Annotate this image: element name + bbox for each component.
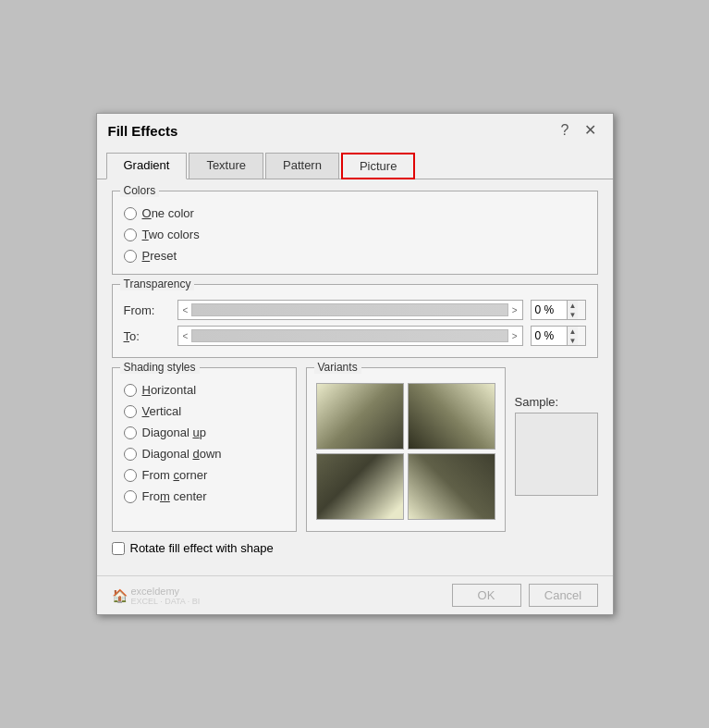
variant-1[interactable] — [316, 383, 404, 450]
help-button[interactable]: ? — [556, 121, 575, 140]
radio-two-colors-input[interactable] — [124, 228, 137, 241]
to-slider-track[interactable] — [191, 329, 507, 342]
variant-2[interactable] — [408, 383, 495, 450]
two-colors-label: Two colors — [142, 228, 200, 241]
radio-preset-input[interactable] — [124, 250, 137, 263]
tab-texture[interactable]: Texture — [189, 153, 263, 179]
radio-vertical-input[interactable] — [124, 405, 137, 418]
from-center-label: From center — [142, 489, 207, 503]
radio-horizontal-input[interactable] — [124, 384, 137, 397]
diagonal-down-label: Diagonal down — [142, 447, 222, 461]
watermark-sub: EXCEL · DATA · BI — [131, 597, 201, 606]
diagonal-up-label: Diagonal up — [142, 426, 206, 439]
transparency-grid: From: < > ▲ ▼ To: < > — [124, 292, 586, 346]
from-spin-input[interactable] — [532, 301, 567, 319]
ok-button[interactable]: OK — [452, 584, 521, 607]
to-spin-box[interactable]: ▲ ▼ — [531, 326, 586, 346]
rotate-checkbox-label: Rotate fill effect with shape — [130, 541, 274, 555]
to-spin-input[interactable] — [532, 327, 567, 345]
radio-diagonal-up[interactable]: Diagonal up — [124, 426, 285, 439]
colors-label: Colors — [120, 184, 160, 197]
radio-vertical[interactable]: Vertical — [124, 404, 285, 418]
radio-two-colors[interactable]: Two colors — [124, 228, 586, 241]
tab-pattern[interactable]: Pattern — [265, 153, 339, 179]
variant-4[interactable] — [408, 453, 495, 520]
radio-diagonal-up-input[interactable] — [124, 426, 137, 439]
title-bar: Fill Effects ? ✕ — [97, 114, 613, 145]
sample-box — [515, 413, 598, 496]
from-slider-track[interactable] — [191, 303, 507, 316]
radio-preset[interactable]: Preset — [124, 249, 586, 263]
to-spin-up[interactable]: ▲ — [568, 327, 579, 336]
tab-picture[interactable]: Picture — [341, 153, 415, 179]
from-slider-left-arrow[interactable]: < — [181, 305, 190, 315]
variants-grid — [316, 383, 495, 520]
bottom-section: Shading styles Horizontal Vertical Diago… — [112, 367, 598, 532]
one-color-label: One color — [142, 206, 194, 220]
from-corner-label: From corner — [142, 468, 208, 482]
sample-label: Sample: — [515, 395, 559, 409]
shading-label: Shading styles — [120, 361, 200, 374]
shading-radio-group: Horizontal Vertical Diagonal up Diagonal… — [124, 376, 285, 503]
colors-section: Colors One color Two colors Preset — [112, 191, 598, 275]
to-spin-arrows: ▲ ▼ — [567, 327, 579, 345]
radio-one-color[interactable]: One color — [124, 206, 586, 220]
from-spin-down[interactable]: ▼ — [568, 310, 579, 319]
vertical-label: Vertical — [142, 404, 182, 418]
from-spin-box[interactable]: ▲ ▼ — [531, 300, 586, 320]
shading-section: Shading styles Horizontal Vertical Diago… — [112, 367, 297, 532]
variants-section: Variants — [306, 367, 506, 532]
title-buttons: ? ✕ — [556, 121, 602, 140]
transparency-section: Transparency From: < > ▲ ▼ To: < — [112, 284, 598, 358]
to-slider-left-arrow[interactable]: < — [181, 331, 190, 341]
watermark: 🏠 exceldemy EXCEL · DATA · BI — [112, 586, 445, 606]
footer: 🏠 exceldemy EXCEL · DATA · BI OK Cancel — [97, 575, 613, 614]
cancel-button[interactable]: Cancel — [529, 584, 598, 607]
radio-from-center[interactable]: From center — [124, 489, 285, 503]
dialog-content: Colors One color Two colors Preset Trans… — [97, 179, 613, 575]
to-slider[interactable]: < > — [177, 326, 523, 346]
to-label: To: — [124, 329, 170, 343]
watermark-text: exceldemy — [131, 586, 201, 597]
from-spin-arrows: ▲ ▼ — [567, 301, 579, 319]
close-button[interactable]: ✕ — [579, 121, 602, 140]
radio-horizontal[interactable]: Horizontal — [124, 383, 285, 397]
watermark-icon: 🏠 — [112, 588, 128, 603]
radio-diagonal-down[interactable]: Diagonal down — [124, 447, 285, 461]
variants-label: Variants — [314, 361, 361, 374]
to-spin-down[interactable]: ▼ — [568, 336, 579, 345]
radio-diagonal-down-input[interactable] — [124, 448, 137, 461]
fill-effects-dialog: Fill Effects ? ✕ Gradient Texture Patter… — [96, 113, 614, 615]
rotate-checkbox[interactable] — [112, 542, 125, 555]
preset-label: Preset — [142, 249, 177, 263]
tab-gradient[interactable]: Gradient — [106, 153, 188, 179]
from-slider[interactable]: < > — [177, 300, 523, 320]
radio-from-corner[interactable]: From corner — [124, 468, 285, 482]
sample-area: Sample: — [515, 367, 598, 532]
variant-3[interactable] — [316, 453, 404, 520]
from-label: From: — [124, 303, 170, 317]
transparency-label: Transparency — [120, 278, 195, 290]
rotate-checkbox-row: Rotate fill effect with shape — [112, 541, 598, 555]
horizontal-label: Horizontal — [142, 383, 197, 397]
radio-one-color-input[interactable] — [124, 207, 137, 220]
dialog-title: Fill Effects — [108, 123, 178, 139]
radio-from-corner-input[interactable] — [124, 469, 137, 482]
tab-bar: Gradient Texture Pattern Picture — [97, 145, 613, 179]
from-slider-right-arrow[interactable]: > — [510, 305, 520, 315]
radio-from-center-input[interactable] — [124, 490, 137, 503]
to-slider-right-arrow[interactable]: > — [510, 331, 520, 341]
colors-radio-group: One color Two colors Preset — [124, 199, 586, 263]
from-spin-up[interactable]: ▲ — [568, 301, 579, 310]
